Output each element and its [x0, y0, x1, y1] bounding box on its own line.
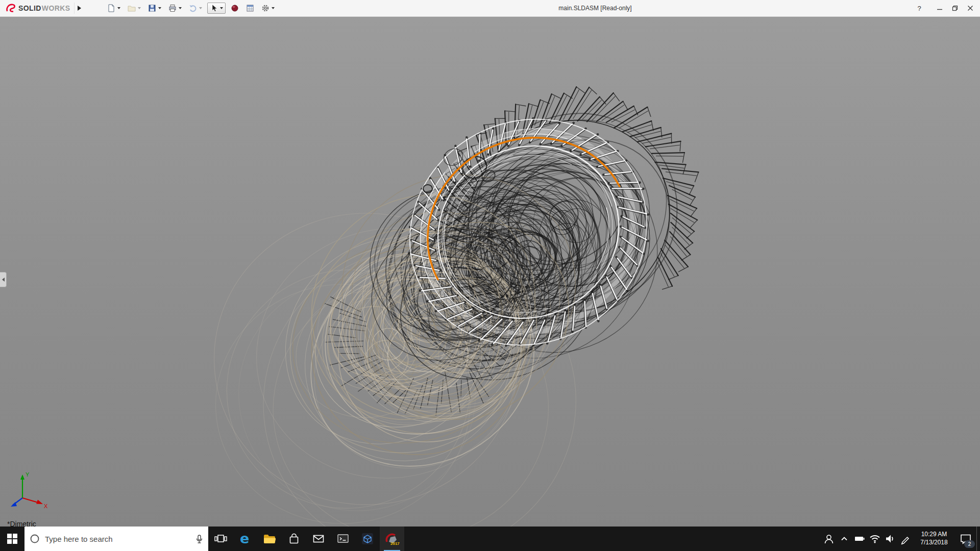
help-button[interactable]: ? — [911, 0, 928, 16]
store-button[interactable] — [282, 527, 306, 551]
pen-icon — [899, 533, 912, 545]
red-sphere-icon — [231, 4, 239, 12]
command-prompt-icon — [336, 532, 350, 546]
ds-logo-icon — [5, 3, 16, 13]
quick-access-toolbar — [105, 0, 277, 16]
save-floppy-icon — [148, 4, 156, 12]
file-properties-button[interactable] — [244, 3, 256, 14]
new-document-button[interactable] — [105, 3, 122, 14]
printer-icon — [168, 4, 177, 12]
file-explorer-button[interactable] — [257, 527, 282, 551]
task-view-button[interactable] — [208, 527, 233, 551]
system-tray: 10:29 AM 7/13/2018 2 — [821, 527, 980, 551]
taskbar-clock[interactable]: 10:29 AM 7/13/2018 — [913, 527, 955, 551]
select-tool-button[interactable] — [207, 3, 226, 14]
mail-button[interactable] — [306, 527, 331, 551]
speaker-icon — [884, 533, 896, 545]
volume-button[interactable] — [883, 527, 898, 551]
triad-y-label: Y — [26, 471, 30, 478]
cursor-arrow-icon — [210, 4, 218, 12]
dropdown-caret[interactable] — [117, 7, 120, 9]
undo-arrow-icon — [189, 4, 197, 12]
graphics-viewport[interactable]: Y X *Dimetric — [0, 16, 980, 527]
battery-button[interactable] — [852, 527, 867, 551]
minimize-button[interactable] — [932, 0, 947, 16]
solidworks-logo: SOLID WORKS — [0, 0, 74, 16]
menu-expand-arrow[interactable] — [74, 3, 84, 14]
start-button[interactable] — [0, 527, 24, 551]
properties-table-icon — [246, 4, 254, 12]
open-document-button[interactable] — [126, 3, 143, 14]
dropdown-caret[interactable] — [179, 7, 182, 9]
cascade-icon[interactable] — [918, 21, 926, 28]
gear-icon — [261, 4, 270, 12]
dropdown-caret[interactable] — [272, 7, 275, 9]
windows-ink-button[interactable] — [898, 527, 913, 551]
search-input[interactable] — [44, 534, 190, 544]
view-orientation-label: *Dimetric — [7, 520, 36, 527]
title-bar: SOLID WORKS — [0, 0, 980, 17]
people-icon — [823, 533, 835, 545]
doc-close-icon[interactable] — [969, 21, 977, 28]
battery-icon — [853, 533, 866, 545]
doc-minimize-icon[interactable] — [944, 21, 951, 28]
restore-button[interactable] — [947, 0, 963, 16]
close-button[interactable] — [963, 0, 978, 16]
print-button[interactable] — [166, 3, 184, 14]
panel-collapse-tab[interactable] — [0, 272, 7, 287]
edge-icon: e — [238, 532, 252, 546]
people-button[interactable] — [821, 527, 837, 551]
store-bag-icon — [287, 532, 301, 546]
restore-icon — [952, 5, 958, 11]
document-title: main.SLDASM [Read-only] — [558, 0, 631, 16]
dropdown-caret[interactable] — [158, 7, 161, 9]
new-document-icon — [107, 4, 115, 12]
hidden-icons-button[interactable] — [837, 527, 852, 551]
triad-x-label: X — [44, 503, 48, 509]
clock-time: 10:29 AM — [921, 531, 947, 539]
doc-restore-icon[interactable] — [957, 21, 964, 28]
notification-badge: 2 — [964, 540, 975, 548]
network-button[interactable] — [867, 527, 883, 551]
save-button[interactable] — [146, 3, 163, 14]
brand-works: WORKS — [42, 4, 70, 12]
wifi-icon — [869, 533, 881, 545]
command-prompt-button[interactable] — [331, 527, 355, 551]
new-window-icon[interactable] — [931, 21, 939, 28]
xpress-products-button[interactable] — [229, 3, 241, 14]
3d-app-button[interactable] — [355, 527, 380, 551]
microphone-icon[interactable] — [194, 534, 204, 544]
svg-text:e: e — [240, 532, 249, 546]
minimize-icon — [937, 5, 943, 11]
options-button[interactable] — [259, 3, 277, 14]
windows-logo-icon — [6, 532, 19, 545]
action-center-button[interactable]: 2 — [955, 527, 976, 551]
solidworks-taskbar-button[interactable]: 2017 — [380, 527, 404, 551]
dropdown-caret[interactable] — [199, 7, 202, 9]
show-desktop-button[interactable] — [976, 527, 980, 551]
right-triangle-icon — [78, 6, 81, 11]
dropdown-caret[interactable] — [138, 7, 141, 9]
chevron-up-icon — [839, 534, 849, 544]
dropdown-caret[interactable] — [220, 7, 223, 9]
windows-taskbar: e — [0, 527, 980, 551]
taskbar-search[interactable] — [24, 527, 208, 551]
close-icon — [967, 5, 973, 11]
assembly-wireframe[interactable] — [0, 16, 980, 527]
svg-text:2017: 2017 — [390, 541, 400, 546]
task-view-icon — [213, 532, 228, 546]
window-controls: ? — [911, 0, 980, 16]
undo-button[interactable] — [187, 3, 204, 14]
solidworks-app-icon: 2017 — [384, 531, 400, 546]
orientation-triad: Y X — [6, 468, 52, 514]
solidworks-window: SOLID WORKS — [0, 0, 980, 551]
mail-envelope-icon — [311, 532, 326, 546]
cortana-icon — [30, 534, 40, 544]
edge-button[interactable]: e — [233, 527, 257, 551]
document-window-controls — [918, 21, 977, 28]
left-triangle-icon — [2, 278, 5, 282]
brand-solid: SOLID — [18, 4, 41, 12]
open-folder-icon — [128, 4, 136, 12]
3d-app-icon — [360, 532, 375, 546]
file-explorer-icon — [262, 532, 277, 546]
